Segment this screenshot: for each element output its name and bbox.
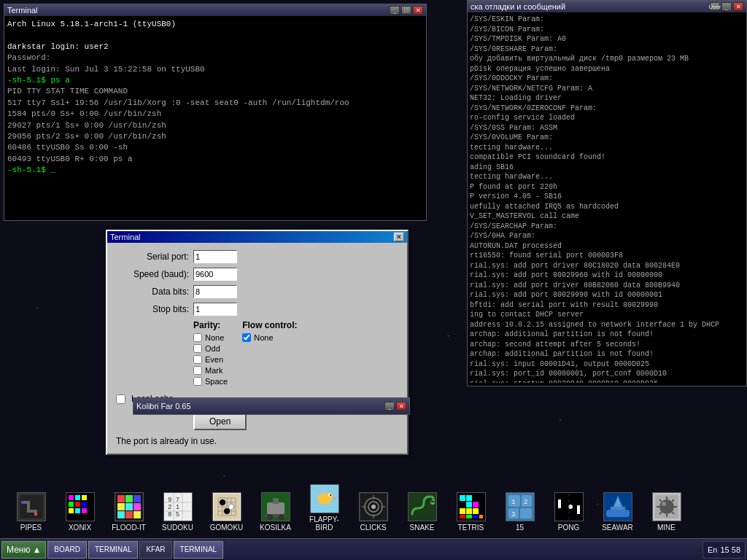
kosilka-label: KOSILKA	[260, 524, 291, 532]
debug-line: bftdi: add serial port with result 80029…	[470, 300, 744, 311]
debug-line: ading SB16	[470, 163, 744, 173]
icon-15[interactable]: 1 2 3 15	[496, 489, 543, 534]
parity-space-checkbox[interactable]	[193, 377, 202, 386]
debug-line: rial.sys: add port 80029960 with id 0000…	[470, 271, 744, 281]
xonix-icon	[66, 492, 95, 521]
icon-flappybird[interactable]: FLAPPY-BIRD	[301, 481, 348, 534]
svg-point-71	[431, 501, 433, 502]
localecho-checkbox[interactable]	[116, 394, 125, 404]
parity-even-checkbox[interactable]	[193, 355, 202, 364]
mine-label: MINE	[657, 524, 676, 532]
debug-close-btn[interactable]: ✕	[733, 2, 743, 11]
flow-column: Flow control: None	[242, 320, 297, 388]
kolibri-minimize-btn[interactable]: _	[384, 402, 395, 411]
parity-even-row: Even	[193, 355, 228, 364]
taskbar-kfar-btn[interactable]: KFAR	[139, 541, 171, 559]
terminal-line-p5: 60486 ttyUSB0 Ss 0:00 -sh	[7, 142, 423, 153]
svg-text:3: 3	[511, 511, 515, 518]
snake-icon	[408, 492, 437, 521]
terminal-line-p3: 29027 pts/1 Ss+ 0:00 /usr/bin/zsh	[7, 120, 423, 131]
clicks-label: CLICKS	[360, 524, 386, 532]
debug-line: rial.sys: add port 80029990 with id 0000…	[470, 290, 744, 300]
terminal-line-p2: 1584 pts/0 Ss+ 0:00 /usr/bin/zsh	[7, 109, 423, 120]
terminal-line-p1: 517 tty7 Ssl+ 19:56 /usr/lib/Xorg :0 -se…	[7, 98, 423, 109]
debug-titlebar: ска отладки и сообщений User _ ✕	[468, 1, 746, 12]
svg-point-64	[371, 505, 376, 509]
svg-rect-22	[125, 503, 133, 510]
icon-xonix[interactable]: XONIX	[56, 489, 104, 534]
parity-mark-label: Mark	[205, 366, 222, 375]
open-button[interactable]: Open	[193, 413, 247, 430]
taskbar-board-btn[interactable]: BOARD	[47, 541, 87, 559]
serial-dialog: Terminal ✕ Serial port: Speed (baud): Da…	[106, 230, 409, 455]
icon-seawar[interactable]: SEAWAR	[594, 489, 641, 534]
svg-rect-0	[20, 495, 43, 518]
serial-port-input[interactable]	[193, 250, 237, 263]
serial-port-label: Serial port:	[116, 252, 189, 262]
speed-label: Speed (baud):	[116, 269, 189, 279]
debug-minimize-btn[interactable]: _	[721, 2, 732, 11]
terminal-line-prompt1: -sh-5.1$ ps a	[7, 75, 423, 86]
taskbar-terminal2-btn[interactable]: TERMINAL	[174, 541, 224, 559]
svg-rect-13	[82, 502, 87, 507]
parity-none-checkbox[interactable]	[193, 333, 202, 342]
svg-point-54	[279, 514, 285, 520]
svg-rect-51	[267, 502, 285, 514]
flappybird-icon	[310, 484, 339, 513]
icon-pipes[interactable]: PIPES	[7, 489, 55, 534]
speed-row: Speed (baud):	[116, 268, 398, 281]
serial-dialog-titlebar: Terminal ✕	[107, 231, 407, 243]
svg-rect-26	[133, 511, 141, 518]
parity-mark-checkbox[interactable]	[193, 366, 202, 375]
terminal-minimize-btn[interactable]: _	[390, 6, 400, 15]
icon-tetris[interactable]: TETRIS	[447, 489, 495, 534]
debug-line: archap: additional partition is not foun…	[470, 330, 744, 340]
svg-text:1: 1	[511, 499, 515, 506]
debug-line: NET32: Loading driver	[470, 93, 744, 104]
speed-input[interactable]	[193, 268, 237, 281]
terminal-line-p6: 60493 ttyUSB0 R+ 0:00 ps a	[7, 154, 423, 165]
terminal-restore-btn[interactable]: □	[401, 6, 411, 15]
terminal-line-lastlogin: Last login: Sun Jul 3 15:22:58 on ttyUSB…	[7, 64, 423, 75]
icon-floodit[interactable]: FLOOD-IT	[105, 489, 152, 534]
debug-content: /SYS/ESKIN Param: /SYS/BICON Param: /SYS…	[468, 12, 746, 383]
svg-rect-79	[466, 508, 472, 514]
start-button[interactable]: Меню ▲	[1, 541, 46, 559]
snake-label: SNAKE	[410, 524, 435, 532]
svg-rect-81	[460, 515, 465, 518]
icon-pong[interactable]: PONG	[545, 489, 592, 534]
parity-odd-checkbox[interactable]	[193, 344, 202, 353]
parity-column: Parity: None Odd Even Mark Space	[193, 320, 228, 388]
icon-snake[interactable]: SNAKE	[398, 489, 446, 534]
stopbits-input[interactable]	[193, 303, 237, 316]
debug-line: uefully attached IRQ5 as hardcoded	[470, 202, 744, 212]
debug-line: rial.sys: input 00001D41, output 0000D02…	[470, 359, 744, 370]
terminal-close-btn[interactable]: ✕	[413, 6, 423, 15]
parity-none-label: None	[205, 333, 224, 342]
serial-dialog-close-btn[interactable]: ✕	[394, 233, 404, 241]
databits-input[interactable]	[193, 285, 237, 298]
debug-line: rt16550: found serial port 000003F8	[470, 251, 744, 261]
debug-line: /SYS/SEARCHAP Param:	[470, 222, 744, 232]
icon-mine[interactable]: MINE	[643, 489, 690, 534]
svg-rect-16	[82, 508, 87, 513]
flow-none-checkbox[interactable]	[242, 333, 251, 342]
terminal-titlebar-buttons: _ □ ✕	[390, 6, 423, 15]
debug-line: /SYS/0DDOCKY Param:	[470, 74, 744, 84]
icon-clicks[interactable]: CLICKS	[349, 489, 397, 534]
icon-kosilka[interactable]: KOSILKA	[252, 489, 299, 534]
parity-space-label: Space	[205, 377, 228, 386]
icon-gomoku[interactable]: GOMOKU	[203, 489, 250, 534]
svg-rect-82	[466, 515, 472, 518]
icon-sudoku[interactable]: 9 7 2 1 8 5 SUDOKU	[154, 489, 201, 534]
svg-rect-94	[558, 499, 561, 508]
debug-line: /SYS/NETWORK/0ZEROCONF Param:	[470, 104, 744, 114]
debug-line: P found at port 220h	[470, 182, 744, 192]
kolibri-close-btn[interactable]: ✕	[396, 402, 406, 411]
parity-odd-row: Odd	[193, 344, 228, 353]
serial-dialog-title: Terminal	[110, 233, 141, 241]
debug-title-text: ска отладки и сообщений	[471, 2, 565, 11]
serial-dialog-body: Serial port: Speed (baud): Data bits: St…	[107, 243, 407, 454]
taskbar-terminal1-btn[interactable]: TERMINAL	[88, 541, 139, 559]
debug-user-btn[interactable]: User	[710, 2, 720, 11]
